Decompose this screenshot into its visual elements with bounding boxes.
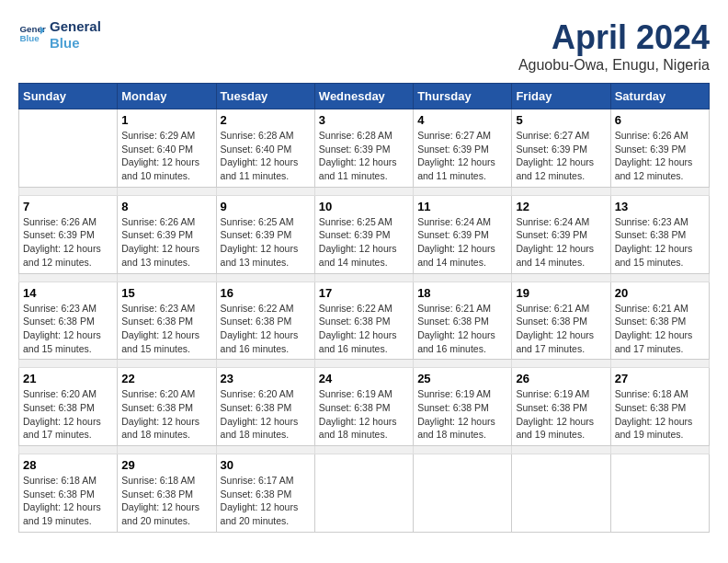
day-number: 5: [516, 113, 606, 127]
title-block: April 2024 Aguobu-Owa, Enugu, Nigeria: [518, 18, 710, 74]
day-info: Sunrise: 6:23 AMSunset: 6:38 PMDaylight:…: [23, 302, 113, 356]
day-number: 3: [319, 113, 409, 127]
calendar-cell: [512, 454, 610, 533]
page-header: General Blue General Blue April 2024 Agu…: [18, 18, 710, 74]
day-number: 12: [516, 200, 606, 213]
separator-cell: [512, 187, 610, 195]
separator-cell: [19, 446, 118, 454]
day-header-wednesday: Wednesday: [314, 84, 413, 109]
day-number: 25: [417, 372, 507, 385]
separator-cell: [414, 446, 512, 454]
logo-icon: General Blue: [18, 19, 46, 47]
calendar-cell: 12Sunrise: 6:24 AMSunset: 6:39 PMDayligh…: [512, 195, 610, 273]
separator-cell: [118, 187, 216, 195]
day-number: 23: [221, 372, 311, 385]
week-separator: [19, 360, 710, 368]
day-info: Sunrise: 6:18 AMSunset: 6:38 PMDaylight:…: [23, 474, 113, 528]
separator-cell: [610, 273, 709, 282]
day-number: 18: [417, 286, 507, 300]
separator-cell: [19, 273, 118, 282]
day-info: Sunrise: 6:27 AMSunset: 6:39 PMDaylight:…: [516, 129, 606, 183]
day-info: Sunrise: 6:26 AMSunset: 6:39 PMDaylight:…: [121, 215, 211, 270]
day-info: Sunrise: 6:23 AMSunset: 6:38 PMDaylight:…: [121, 302, 211, 356]
calendar-cell: 10Sunrise: 6:25 AMSunset: 6:39 PMDayligh…: [314, 195, 413, 273]
calendar-cell: 16Sunrise: 6:22 AMSunset: 6:38 PMDayligh…: [216, 282, 314, 360]
separator-cell: [414, 360, 512, 368]
day-header-thursday: Thursday: [414, 84, 512, 109]
week-row-2: 7Sunrise: 6:26 AMSunset: 6:39 PMDaylight…: [19, 195, 710, 273]
calendar-cell: 6Sunrise: 6:26 AMSunset: 6:39 PMDaylight…: [610, 109, 709, 188]
day-info: Sunrise: 6:22 AMSunset: 6:38 PMDaylight:…: [319, 302, 409, 356]
calendar-cell: [314, 454, 413, 533]
day-number: 8: [121, 200, 211, 213]
day-info: Sunrise: 6:19 AMSunset: 6:38 PMDaylight:…: [516, 387, 606, 442]
day-number: 29: [121, 458, 211, 472]
calendar-cell: 30Sunrise: 6:17 AMSunset: 6:38 PMDayligh…: [216, 454, 314, 533]
day-info: Sunrise: 6:27 AMSunset: 6:39 PMDaylight:…: [417, 129, 507, 183]
day-info: Sunrise: 6:17 AMSunset: 6:38 PMDaylight:…: [221, 474, 311, 528]
separator-cell: [216, 446, 314, 454]
week-row-3: 14Sunrise: 6:23 AMSunset: 6:38 PMDayligh…: [19, 282, 710, 360]
day-number: 4: [417, 113, 507, 127]
day-number: 13: [615, 200, 705, 213]
day-info: Sunrise: 6:22 AMSunset: 6:38 PMDaylight:…: [221, 302, 311, 356]
day-number: 28: [23, 458, 113, 472]
calendar-cell: 29Sunrise: 6:18 AMSunset: 6:38 PMDayligh…: [118, 454, 216, 533]
separator-cell: [512, 446, 610, 454]
separator-cell: [610, 187, 709, 195]
day-number: 14: [23, 286, 113, 300]
day-info: Sunrise: 6:26 AMSunset: 6:39 PMDaylight:…: [23, 215, 113, 270]
separator-cell: [314, 360, 413, 368]
day-info: Sunrise: 6:18 AMSunset: 6:38 PMDaylight:…: [121, 474, 211, 528]
separator-cell: [314, 446, 413, 454]
calendar-cell: 17Sunrise: 6:22 AMSunset: 6:38 PMDayligh…: [314, 282, 413, 360]
week-separator: [19, 273, 710, 282]
day-info: Sunrise: 6:26 AMSunset: 6:39 PMDaylight:…: [615, 129, 705, 183]
day-number: 15: [121, 286, 211, 300]
day-number: 19: [516, 286, 606, 300]
calendar-cell: 13Sunrise: 6:23 AMSunset: 6:38 PMDayligh…: [610, 195, 709, 273]
separator-cell: [512, 273, 610, 282]
separator-cell: [216, 360, 314, 368]
svg-text:Blue: Blue: [20, 33, 40, 43]
calendar-cell: 4Sunrise: 6:27 AMSunset: 6:39 PMDaylight…: [414, 109, 512, 188]
day-info: Sunrise: 6:24 AMSunset: 6:39 PMDaylight:…: [417, 215, 507, 270]
day-number: 22: [121, 372, 211, 385]
calendar-cell: 27Sunrise: 6:18 AMSunset: 6:38 PMDayligh…: [610, 368, 709, 446]
separator-cell: [610, 446, 709, 454]
calendar-cell: 24Sunrise: 6:19 AMSunset: 6:38 PMDayligh…: [314, 368, 413, 446]
calendar-cell: 3Sunrise: 6:28 AMSunset: 6:39 PMDaylight…: [314, 109, 413, 188]
week-separator: [19, 446, 710, 454]
calendar-cell: 28Sunrise: 6:18 AMSunset: 6:38 PMDayligh…: [19, 454, 118, 533]
day-header-saturday: Saturday: [610, 84, 709, 109]
day-header-friday: Friday: [512, 84, 610, 109]
calendar-cell: 19Sunrise: 6:21 AMSunset: 6:38 PMDayligh…: [512, 282, 610, 360]
logo: General Blue General Blue: [18, 18, 101, 52]
calendar-cell: 15Sunrise: 6:23 AMSunset: 6:38 PMDayligh…: [118, 282, 216, 360]
day-info: Sunrise: 6:28 AMSunset: 6:40 PMDaylight:…: [221, 129, 311, 183]
separator-cell: [19, 187, 118, 195]
day-header-monday: Monday: [118, 84, 216, 109]
calendar-cell: 22Sunrise: 6:20 AMSunset: 6:38 PMDayligh…: [118, 368, 216, 446]
day-number: 26: [516, 372, 606, 385]
day-info: Sunrise: 6:23 AMSunset: 6:38 PMDaylight:…: [615, 215, 705, 270]
calendar-cell: [19, 109, 118, 188]
week-row-1: 1Sunrise: 6:29 AMSunset: 6:40 PMDaylight…: [19, 109, 710, 188]
day-number: 21: [23, 372, 113, 385]
calendar-cell: 20Sunrise: 6:21 AMSunset: 6:38 PMDayligh…: [610, 282, 709, 360]
calendar-cell: 9Sunrise: 6:25 AMSunset: 6:39 PMDaylight…: [216, 195, 314, 273]
day-info: Sunrise: 6:19 AMSunset: 6:38 PMDaylight:…: [319, 387, 409, 442]
calendar-header-row: SundayMondayTuesdayWednesdayThursdayFrid…: [19, 84, 710, 109]
day-number: 9: [221, 200, 311, 213]
calendar-cell: 26Sunrise: 6:19 AMSunset: 6:38 PMDayligh…: [512, 368, 610, 446]
day-info: Sunrise: 6:25 AMSunset: 6:39 PMDaylight:…: [319, 215, 409, 270]
calendar-cell: 23Sunrise: 6:20 AMSunset: 6:38 PMDayligh…: [216, 368, 314, 446]
calendar-cell: 2Sunrise: 6:28 AMSunset: 6:40 PMDaylight…: [216, 109, 314, 188]
calendar-cell: 14Sunrise: 6:23 AMSunset: 6:38 PMDayligh…: [19, 282, 118, 360]
day-info: Sunrise: 6:18 AMSunset: 6:38 PMDaylight:…: [615, 387, 705, 442]
logo-text-line2: Blue: [50, 35, 101, 52]
day-info: Sunrise: 6:20 AMSunset: 6:38 PMDaylight:…: [221, 387, 311, 442]
day-header-tuesday: Tuesday: [216, 84, 314, 109]
day-number: 7: [23, 200, 113, 213]
day-number: 24: [319, 372, 409, 385]
